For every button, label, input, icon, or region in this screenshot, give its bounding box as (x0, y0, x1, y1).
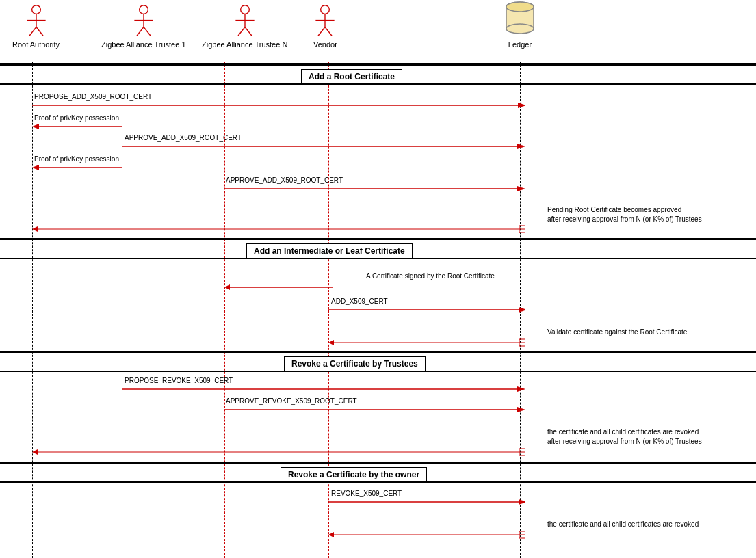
msg-approve1-label: APPROVE_ADD_X509_ROOT_CERT (125, 134, 242, 142)
note-pending-root: Pending Root Certificate becomes approve… (547, 205, 702, 224)
msg-approve-revoke-label: APPROVE_REVOKE_X509_ROOT_CERT (226, 397, 357, 405)
svg-point-15 (321, 5, 330, 14)
msg-cert-signed-arrow (224, 282, 333, 292)
msg-add-cert-arrow (328, 305, 525, 315)
msg-revoke-cert-arrow (328, 497, 525, 507)
svg-line-3 (29, 27, 36, 36)
svg-line-9 (144, 27, 151, 36)
trusteeN-icon (235, 3, 255, 38)
msg-propose-add (32, 101, 525, 110)
svg-marker-40 (519, 307, 525, 313)
actor-trustee1: Zigbee Alliance Trustee 1 (101, 3, 186, 49)
svg-line-19 (325, 27, 332, 36)
svg-point-10 (240, 5, 249, 14)
vendor-label: Vendor (313, 40, 337, 49)
section3-divider-top (0, 351, 756, 353)
msg-approve2-label: APPROVE_ADD_X509_ROOT_CERT (226, 176, 343, 184)
svg-marker-49 (32, 449, 38, 455)
note-revoke-owner: the certificate and all child certificat… (547, 520, 699, 528)
svg-line-18 (318, 27, 325, 36)
svg-line-14 (245, 27, 252, 36)
svg-marker-45 (517, 386, 525, 392)
msg-revoke-return (32, 447, 525, 457)
svg-marker-35 (32, 226, 38, 232)
svg-point-0 (31, 5, 40, 14)
msg-approve-revoke (224, 405, 525, 414)
section2-divider-top (0, 238, 756, 240)
svg-line-8 (137, 27, 144, 36)
msg-add-cert-label: ADD_X509_CERT (331, 297, 388, 305)
svg-marker-25 (518, 103, 525, 108)
note-revoke-trustees: the certificate and all child certificat… (547, 427, 702, 447)
svg-marker-31 (32, 165, 39, 170)
trustee1-icon (133, 3, 154, 38)
trusteeN-label: Zigbee Alliance Trustee N (202, 40, 287, 49)
msg-proof2 (32, 163, 125, 172)
msg-revoke-cert-label: REVOKE_X509_CERT (331, 490, 402, 497)
section1-bottom-border (0, 83, 756, 85)
svg-line-13 (238, 27, 245, 36)
svg-marker-38 (224, 284, 230, 290)
actor-vendor: Vendor (313, 3, 337, 49)
svg-marker-54 (328, 532, 334, 537)
section2-border-bottom (0, 258, 756, 259)
approval-return-arrow (32, 224, 525, 234)
section1-top-border (0, 64, 756, 66)
ledger-label: Ledger (508, 40, 532, 49)
msg-approve2 (224, 184, 525, 194)
root-authority-icon (26, 3, 47, 38)
ledger-icon (503, 0, 537, 38)
section4-divider-top (0, 462, 756, 464)
msg-proof2-label: Proof of privKey possession (34, 155, 119, 163)
actor-root: Root Authority (12, 3, 60, 49)
section-revoke-trustees: Revoke a Certificate by Trustees (284, 356, 426, 371)
msg-propose-revoke-label: PROPOSE_REVOKE_X509_CERT (125, 377, 233, 384)
svg-marker-27 (32, 124, 39, 129)
msg-propose-add-label: PROPOSE_ADD_X509_ROOT_CERT (34, 93, 152, 101)
msg-revoke-owner-return (328, 530, 525, 540)
msg-cert-signed-label: A Certificate signed by the Root Certifi… (366, 272, 495, 280)
actor-ledger: Ledger (503, 0, 537, 49)
root-authority-label: Root Authority (12, 40, 60, 49)
svg-marker-52 (519, 499, 525, 505)
section3-border-bottom (0, 371, 756, 372)
vendor-icon (315, 3, 335, 38)
svg-line-4 (36, 27, 43, 36)
sequence-diagram: Root Authority Zigbee Alliance Trustee 1… (0, 0, 756, 558)
section4-border-bottom (0, 481, 756, 483)
lifeline-trustee1 (122, 62, 122, 558)
msg-proof1-label: Proof of privKey possession (34, 114, 119, 122)
svg-marker-33 (517, 186, 525, 191)
actor-trusteeN: Zigbee Alliance Trustee N (202, 3, 287, 49)
msg-approve1 (122, 142, 525, 151)
trustee1-label: Zigbee Alliance Trustee 1 (101, 40, 186, 49)
svg-marker-47 (517, 407, 525, 412)
note-validate-cert: Validate certificate against the Root Ce… (547, 328, 687, 336)
svg-point-22 (506, 24, 534, 34)
svg-marker-29 (517, 144, 525, 149)
section-revoke-owner: Revoke a Certificate by the owner (281, 467, 427, 482)
msg-validate-return (328, 338, 525, 347)
section-add-root-cert: Add a Root Certificate (301, 69, 402, 84)
section-add-intermediate: Add an Intermediate or Leaf Certificate (246, 243, 413, 258)
msg-proof1 (32, 122, 125, 131)
svg-point-23 (506, 2, 534, 12)
svg-marker-42 (328, 340, 334, 345)
msg-propose-revoke (122, 384, 525, 394)
lifeline-root (32, 62, 33, 558)
svg-point-5 (139, 5, 148, 14)
